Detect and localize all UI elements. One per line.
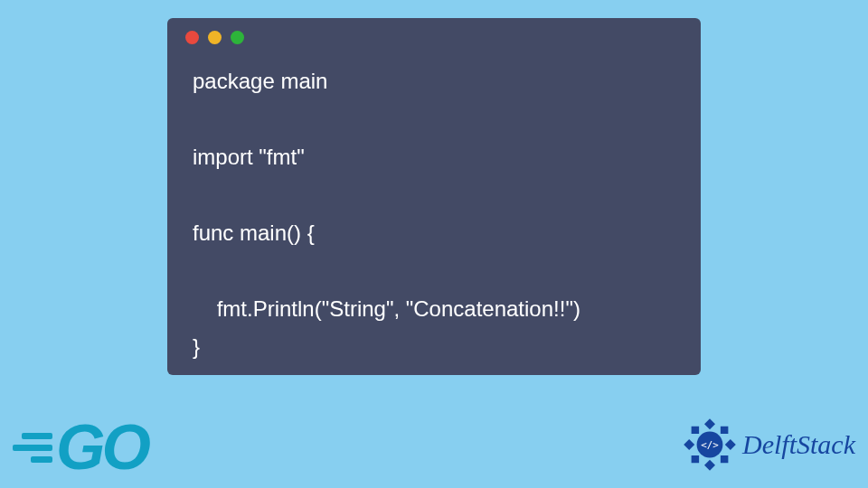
svg-marker-5 bbox=[717, 452, 732, 467]
delftstack-code-icon: </> bbox=[701, 439, 719, 451]
svg-marker-3 bbox=[684, 439, 694, 450]
svg-marker-0 bbox=[704, 418, 715, 429]
window-controls bbox=[167, 31, 701, 53]
code-editor-window: package main import "fmt" func main() { … bbox=[167, 18, 701, 375]
svg-marker-1 bbox=[725, 439, 736, 450]
svg-marker-2 bbox=[704, 460, 715, 471]
svg-marker-4 bbox=[717, 422, 732, 437]
minimize-icon bbox=[208, 31, 222, 44]
close-icon bbox=[185, 31, 199, 44]
delftstack-emblem-icon: </> bbox=[683, 418, 737, 472]
code-block: package main import "fmt" func main() { … bbox=[167, 53, 701, 366]
page-canvas: package main import "fmt" func main() { … bbox=[0, 0, 868, 488]
delftstack-logo: </> DelftStack bbox=[683, 418, 855, 472]
maximize-icon bbox=[231, 31, 244, 44]
delftstack-logo-text: DelftStack bbox=[742, 429, 855, 460]
go-logo-text: GO bbox=[56, 416, 147, 479]
go-logo: GO bbox=[7, 416, 147, 479]
go-speed-lines-icon bbox=[7, 433, 52, 463]
svg-marker-6 bbox=[687, 452, 703, 467]
svg-marker-7 bbox=[687, 422, 703, 437]
